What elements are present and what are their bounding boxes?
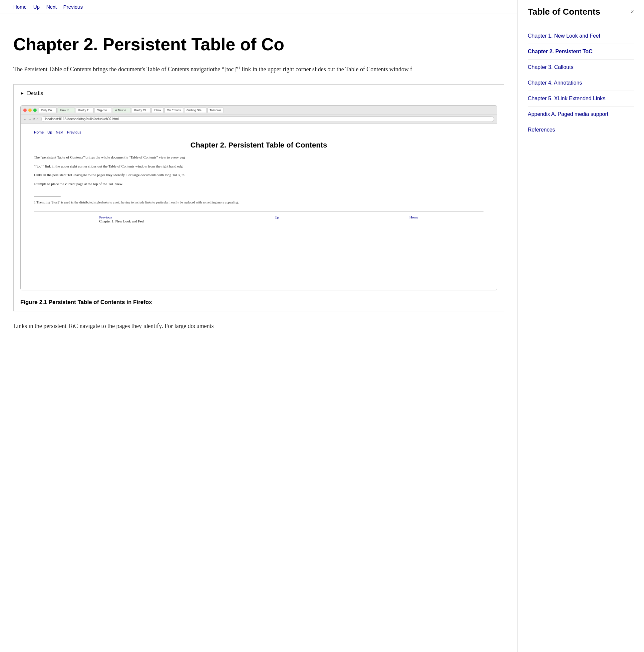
browser-content: Home Up Next Previous Chapter 2. Persist… xyxy=(21,124,497,290)
footnote-divider xyxy=(34,196,61,197)
details-block: ► Details Only Co... How to ... Pretty f… xyxy=(13,84,504,311)
tab-2[interactable]: How to ... xyxy=(58,108,75,113)
tab-9[interactable]: Getting Sta... xyxy=(184,108,207,113)
browser-nav-home[interactable]: Home xyxy=(34,130,44,134)
toc-item-ch2[interactable]: Chapter 2. Persistent ToC xyxy=(528,44,634,60)
toc-sidebar: Table of Contents × Chapter 1. New Look … xyxy=(517,0,644,652)
intro-text-1: The Persistent Table of Contents brings … xyxy=(13,66,213,73)
intro-text-2: the “[toc]” xyxy=(213,66,238,73)
nav-previous[interactable]: Previous xyxy=(63,4,83,10)
toc-item-ch3[interactable]: Chapter 3. Callouts xyxy=(528,60,634,75)
toc-item-ch1[interactable]: Chapter 1. New Look and Feel xyxy=(528,28,634,44)
browser-body-text-4: attempts to place the current page at th… xyxy=(34,181,483,187)
bottom-nav-home: Home xyxy=(409,215,418,223)
browser-inner-nav: Home Up Next Previous xyxy=(34,130,483,134)
browser-nav-previous[interactable]: Previous xyxy=(67,130,81,134)
toc-link-refs[interactable]: References xyxy=(528,127,555,133)
tab-6[interactable]: Pretty Cl... xyxy=(132,108,151,113)
top-nav: Home Up Next Previous xyxy=(0,0,517,14)
browser-tabs: Only Co... How to ... Pretty fr... Org-m… xyxy=(38,108,494,113)
tab-10[interactable]: Tailscale xyxy=(208,108,224,113)
details-arrow: ► xyxy=(20,91,24,96)
browser-chrome: Only Co... How to ... Pretty fr... Org-m… xyxy=(21,106,497,115)
browser-body-text-3: Links in the persistent ToC navigate to … xyxy=(34,172,483,178)
toc-item-app-a[interactable]: Appendix A. Paged media support xyxy=(528,107,634,122)
intro-paragraph: The Persistent Table of Contents brings … xyxy=(13,64,504,74)
toc-item-ch4[interactable]: Chapter 4. Annotations xyxy=(528,75,634,91)
home-btn[interactable]: ⌂ xyxy=(37,117,38,121)
address-url-bar[interactable]: localhost:8118/docbook/tng/build/actual/… xyxy=(41,116,494,122)
reload-btn[interactable]: ⟳ xyxy=(33,117,35,121)
back-btn[interactable]: ← xyxy=(23,117,27,121)
toc-title: Table of Contents xyxy=(528,7,600,17)
bottom-nav-home-link[interactable]: Home xyxy=(409,215,418,219)
nav-buttons: ← → ⟳ ⌂ xyxy=(23,117,38,121)
browser-bottom-nav: Previous Chapter 1. New Look and Feel Up… xyxy=(34,212,483,226)
toc-link-ch2[interactable]: Chapter 2. Persistent ToC xyxy=(528,49,592,54)
intro-text-3: link in the upper right corner slides ou… xyxy=(240,66,412,73)
toc-items-list: Chapter 1. New Look and Feel Chapter 2. … xyxy=(528,28,634,138)
toc-link-ch4[interactable]: Chapter 4. Annotations xyxy=(528,80,582,86)
browser-chapter-title: Chapter 2. Persistent Table of Contents xyxy=(34,141,483,150)
footnote-text: 1 The string “[toc]” is used in the dist… xyxy=(34,200,483,205)
main-content: Home Up Next Previous Chapter 2. Persist… xyxy=(0,0,517,652)
chapter-title: Chapter 2. Persistent Table of Co xyxy=(13,34,504,55)
toc-item-ch5[interactable]: Chapter 5. XLink Extended Links xyxy=(528,91,634,107)
details-summary[interactable]: ► Details xyxy=(14,85,504,102)
nav-home[interactable]: Home xyxy=(13,4,27,10)
lower-body-text: Links in the persistent ToC navigate to … xyxy=(13,321,504,331)
browser-nav-up[interactable]: Up xyxy=(47,130,52,134)
browser-body-text-1: The “persistent Table of Contents” bring… xyxy=(34,155,483,160)
toc-close-button[interactable]: × xyxy=(630,8,634,16)
browser-frame: Only Co... How to ... Pretty fr... Org-m… xyxy=(20,105,497,290)
tab-1[interactable]: Only Co... xyxy=(38,108,57,113)
bottom-nav-previous-label: Previous Chapter 1. New Look and Feel xyxy=(99,215,144,223)
tab-3[interactable]: Pretty fr... xyxy=(76,108,93,113)
toc-link-ch5[interactable]: Chapter 5. XLink Extended Links xyxy=(528,96,606,101)
toc-link-app-a[interactable]: Appendix A. Paged media support xyxy=(528,111,608,117)
tab-7[interactable]: Inbox xyxy=(152,108,163,113)
toc-item-refs[interactable]: References xyxy=(528,122,634,138)
nav-next[interactable]: Next xyxy=(46,4,57,10)
bottom-nav-previous-link[interactable]: Previous xyxy=(99,215,112,219)
bottom-nav-up: Up xyxy=(275,215,279,223)
nav-up[interactable]: Up xyxy=(33,4,39,10)
tab-8[interactable]: On Emacs xyxy=(164,108,183,113)
bottom-nav-up-link[interactable]: Up xyxy=(275,215,279,219)
details-label: Details xyxy=(27,90,43,97)
bottom-nav-previous-chapter: Chapter 1. New Look and Feel xyxy=(99,219,144,223)
dot-green[interactable] xyxy=(33,109,37,112)
browser-nav-next[interactable]: Next xyxy=(56,130,63,134)
browser-dots xyxy=(23,109,37,112)
dot-yellow[interactable] xyxy=(28,109,32,112)
browser-addressbar: ← → ⟳ ⌂ localhost:8118/docbook/tng/build… xyxy=(21,115,497,124)
toc-header: Table of Contents × xyxy=(528,7,634,20)
dot-red[interactable] xyxy=(23,109,27,112)
toc-link-ch3[interactable]: Chapter 3. Callouts xyxy=(528,64,573,70)
figure-caption: Figure 2.1 Persistent Table of Contents … xyxy=(14,294,504,311)
tab-5[interactable]: A Tour o... xyxy=(113,108,131,113)
forward-btn[interactable]: → xyxy=(28,117,31,121)
browser-body-text-2: “[toc]” link in the upper right corner s… xyxy=(34,163,483,169)
tab-4[interactable]: Org-mo... xyxy=(95,108,112,113)
toc-link-ch1[interactable]: Chapter 1. New Look and Feel xyxy=(528,33,600,38)
